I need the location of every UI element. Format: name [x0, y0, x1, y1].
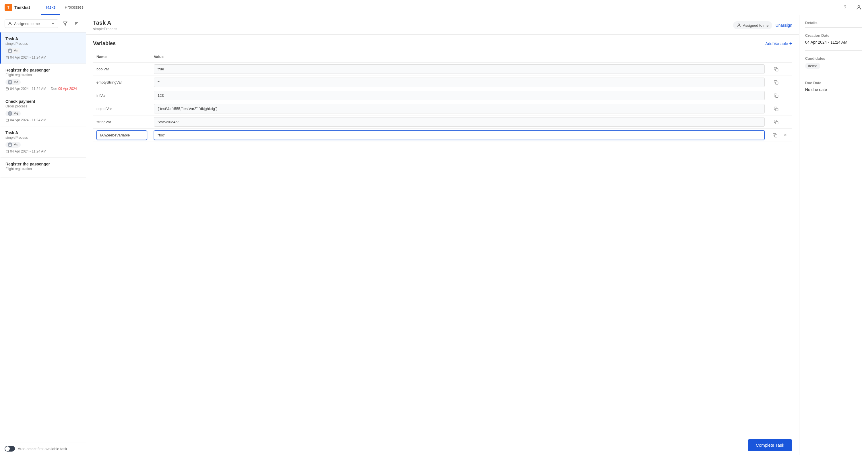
variable-name: stringVar: [93, 115, 150, 129]
svg-point-1: [9, 22, 11, 24]
task-card[interactable]: Register the passenger Flight registrati…: [0, 64, 86, 95]
col-value-header: Value: [150, 52, 768, 63]
due-date-section: Due date No due date: [805, 81, 862, 92]
nav-tasks[interactable]: Tasks: [41, 0, 60, 15]
complete-task-button[interactable]: Complete Task: [748, 439, 792, 451]
variables-area: Variables Add Variable + Name Value: [86, 35, 799, 435]
task-card-process: Flight registration: [5, 167, 81, 171]
panel-divider: [805, 27, 862, 28]
variable-copy-cell: [768, 63, 792, 76]
new-variable-actions: ×: [770, 131, 790, 140]
due-date: Due 09 Apr 2024: [51, 87, 77, 91]
right-panel: Details Creation date 04 Apr 2024 - 11:2…: [799, 15, 868, 455]
creation-date-label: Creation date: [805, 33, 862, 38]
toggle-knob: [5, 446, 10, 451]
logo-icon: T: [5, 4, 12, 11]
new-variable-name-input[interactable]: [96, 131, 147, 140]
logo-text: Tasklist: [14, 5, 30, 10]
task-card[interactable]: Task A simpleProcess Me 04 A: [0, 126, 86, 158]
svg-rect-31: [776, 121, 778, 124]
variable-value-cell: [150, 63, 768, 76]
variable-value-input[interactable]: [154, 64, 765, 74]
plus-icon: +: [789, 41, 792, 46]
svg-rect-27: [776, 69, 778, 71]
unassign-button[interactable]: Unassign: [776, 23, 792, 28]
sidebar-header: Assigned to me: [0, 15, 86, 32]
top-bar-right: ?: [840, 3, 863, 12]
task-card-name: Register the passenger: [5, 162, 81, 166]
new-variable-row: ×: [93, 129, 792, 142]
task-dates: 04 Apr 2024 - 11:24 AM Due 09 Apr 2024: [5, 87, 81, 91]
copy-icon: [774, 80, 778, 85]
variable-value-input[interactable]: [154, 78, 765, 87]
variable-value-input[interactable]: [154, 104, 765, 113]
due-date-label: Due date: [805, 81, 862, 85]
created-date: 04 Apr 2024 - 11:24 AM: [5, 55, 46, 59]
new-variable-delete-button[interactable]: ×: [781, 131, 790, 140]
svg-point-26: [738, 24, 739, 25]
variable-name: intVar: [93, 89, 150, 102]
help-icon: ?: [844, 5, 846, 10]
main-footer: Complete Task: [86, 435, 799, 455]
new-variable-name-cell: [93, 129, 150, 142]
copy-icon: [774, 67, 778, 72]
nav-processes[interactable]: Processes: [60, 0, 88, 15]
add-variable-button[interactable]: Add Variable +: [765, 41, 792, 46]
candidates-value: demo: [805, 63, 862, 69]
copy-button[interactable]: [772, 65, 781, 74]
variable-row: intVar: [93, 89, 792, 102]
user-profile-button[interactable]: [854, 3, 863, 12]
copy-button[interactable]: [772, 104, 781, 113]
sidebar: Assigned to me Task A simpleProcess: [0, 15, 86, 455]
top-bar: T Tasklist Tasks Processes ?: [0, 0, 868, 15]
task-card-name: Task A: [5, 131, 81, 135]
task-card-process: Flight registration: [5, 73, 81, 77]
copy-button[interactable]: [772, 117, 781, 127]
task-card[interactable]: Register the passenger Flight registrati…: [0, 158, 86, 177]
candidate-tag: demo: [805, 63, 820, 69]
auto-select-toggle[interactable]: [5, 446, 15, 452]
task-title-block: Task A simpleProcess: [93, 20, 117, 31]
sort-icon: [74, 21, 79, 26]
task-header-right: Assigned to me Unassign: [733, 21, 792, 29]
task-card-process: Order process: [5, 104, 81, 108]
task-card-meta: Me: [5, 79, 81, 85]
candidates-label: Candidates: [805, 56, 862, 61]
new-variable-value-input[interactable]: [154, 131, 765, 140]
sort-icon-button[interactable]: [72, 19, 81, 28]
variable-copy-cell: [768, 102, 792, 115]
svg-rect-17: [6, 119, 9, 121]
copy-button[interactable]: [772, 91, 781, 100]
variables-title: Variables: [93, 40, 116, 47]
task-card[interactable]: Task A simpleProcess Me 04 A: [0, 32, 86, 64]
assignee-icon: [8, 80, 12, 84]
main-content: Task A simpleProcess Assigned to me Unas…: [86, 15, 799, 455]
assignee-label: Me: [13, 80, 19, 84]
task-card[interactable]: Check payment Order process Me: [0, 95, 86, 126]
task-card-process: simpleProcess: [5, 41, 81, 46]
help-button[interactable]: ?: [840, 3, 849, 12]
svg-point-6: [9, 50, 11, 51]
new-variable-actions-cell: ×: [768, 129, 792, 142]
svg-rect-29: [776, 95, 778, 98]
variables-header: Variables Add Variable +: [93, 40, 792, 47]
filter-icon-button[interactable]: [61, 19, 70, 28]
svg-point-0: [858, 5, 860, 7]
filter-dropdown[interactable]: Assigned to me: [5, 19, 58, 28]
svg-marker-2: [63, 22, 67, 25]
variable-value-input[interactable]: [154, 117, 765, 127]
variable-value-input[interactable]: [154, 91, 765, 100]
copy-icon: [774, 120, 778, 124]
task-card-meta: Me: [5, 48, 81, 54]
col-name-header: Name: [93, 52, 150, 63]
sidebar-list: Task A simpleProcess Me 04 A: [0, 32, 86, 442]
assignee-icon: [8, 49, 12, 53]
variable-copy-cell: [768, 115, 792, 129]
details-section: Details: [805, 21, 862, 28]
new-variable-copy-button[interactable]: [770, 131, 780, 140]
copy-button[interactable]: [772, 78, 781, 87]
calendar-icon: [5, 87, 9, 90]
calendar-icon: [5, 56, 9, 59]
variable-copy-cell: [768, 76, 792, 89]
divider: [36, 3, 36, 12]
